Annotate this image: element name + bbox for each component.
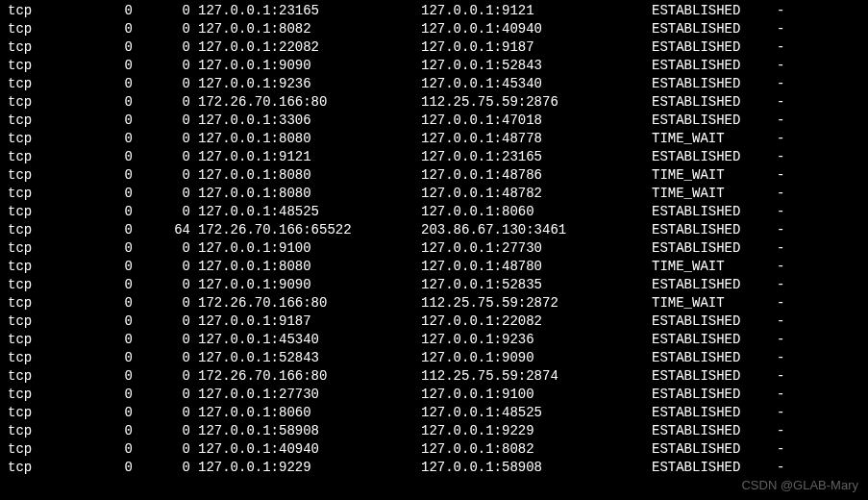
recvq-cell: 0 [94, 404, 133, 422]
extra-cell: - [777, 2, 796, 20]
extra-cell: - [777, 367, 796, 386]
connection-row: tcp00127.0.0.1:9187127.0.0.1:22082ESTABL… [8, 312, 860, 331]
recvq-cell: 0 [94, 331, 133, 349]
sendq-cell: 64 [133, 221, 190, 239]
foreign-address-cell: 127.0.0.1:48782 [421, 185, 652, 203]
foreign-address-cell: 127.0.0.1:9090 [421, 349, 652, 367]
sendq-cell: 0 [133, 57, 190, 75]
recvq-cell: 0 [94, 258, 133, 276]
state-cell: ESTABLISHED [652, 38, 777, 57]
protocol-cell: tcp [8, 185, 94, 203]
extra-cell: - [777, 440, 796, 459]
local-address-cell: 172.26.70.166:80 [190, 367, 421, 386]
local-address-cell: 127.0.0.1:9121 [190, 148, 421, 166]
protocol-cell: tcp [8, 93, 94, 112]
extra-cell: - [777, 459, 796, 477]
extra-cell: - [777, 38, 796, 57]
state-cell: ESTABLISHED [652, 2, 777, 20]
state-cell: ESTABLISHED [652, 112, 777, 130]
recvq-cell: 0 [94, 349, 133, 367]
state-cell: ESTABLISHED [652, 57, 777, 75]
foreign-address-cell: 127.0.0.1:52843 [421, 57, 652, 75]
local-address-cell: 127.0.0.1:23165 [190, 2, 421, 20]
sendq-cell: 0 [133, 93, 190, 112]
protocol-cell: tcp [8, 422, 94, 440]
foreign-address-cell: 112.25.75.59:2874 [421, 367, 652, 386]
protocol-cell: tcp [8, 367, 94, 386]
foreign-address-cell: 127.0.0.1:9100 [421, 386, 652, 404]
extra-cell: - [777, 130, 796, 148]
protocol-cell: tcp [8, 239, 94, 258]
extra-cell: - [777, 239, 796, 258]
watermark-text: CSDN @GLAB-Mary [741, 476, 858, 494]
recvq-cell: 0 [94, 367, 133, 386]
extra-cell: - [777, 75, 796, 93]
protocol-cell: tcp [8, 166, 94, 185]
local-address-cell: 127.0.0.1:58908 [190, 422, 421, 440]
extra-cell: - [777, 312, 796, 331]
connection-row: tcp00127.0.0.1:9100127.0.0.1:27730ESTABL… [8, 239, 860, 258]
extra-cell: - [777, 258, 796, 276]
local-address-cell: 127.0.0.1:9090 [190, 57, 421, 75]
sendq-cell: 0 [133, 20, 190, 38]
foreign-address-cell: 127.0.0.1:22082 [421, 312, 652, 331]
extra-cell: - [777, 93, 796, 112]
state-cell: ESTABLISHED [652, 367, 777, 386]
recvq-cell: 0 [94, 112, 133, 130]
recvq-cell: 0 [94, 57, 133, 75]
recvq-cell: 0 [94, 20, 133, 38]
local-address-cell: 127.0.0.1:9100 [190, 239, 421, 258]
state-cell: ESTABLISHED [652, 312, 777, 331]
connection-row: tcp00127.0.0.1:9236127.0.0.1:45340ESTABL… [8, 75, 860, 93]
recvq-cell: 0 [94, 2, 133, 20]
foreign-address-cell: 127.0.0.1:48525 [421, 404, 652, 422]
extra-cell: - [777, 331, 796, 349]
foreign-address-cell: 127.0.0.1:48778 [421, 130, 652, 148]
state-cell: ESTABLISHED [652, 20, 777, 38]
local-address-cell: 127.0.0.1:3306 [190, 112, 421, 130]
local-address-cell: 127.0.0.1:9229 [190, 459, 421, 477]
extra-cell: - [777, 349, 796, 367]
foreign-address-cell: 112.25.75.59:2876 [421, 93, 652, 112]
protocol-cell: tcp [8, 112, 94, 130]
recvq-cell: 0 [94, 185, 133, 203]
recvq-cell: 0 [94, 440, 133, 459]
local-address-cell: 127.0.0.1:9236 [190, 75, 421, 93]
protocol-cell: tcp [8, 276, 94, 294]
connection-row: tcp064172.26.70.166:65522203.86.67.130:3… [8, 221, 860, 239]
state-cell: ESTABLISHED [652, 93, 777, 112]
connection-row: tcp00127.0.0.1:22082127.0.0.1:9187ESTABL… [8, 38, 860, 57]
protocol-cell: tcp [8, 2, 94, 20]
sendq-cell: 0 [133, 239, 190, 258]
extra-cell: - [777, 112, 796, 130]
connection-row: tcp00127.0.0.1:3306127.0.0.1:47018ESTABL… [8, 112, 860, 130]
sendq-cell: 0 [133, 203, 190, 221]
protocol-cell: tcp [8, 331, 94, 349]
state-cell: TIME_WAIT [652, 294, 777, 312]
recvq-cell: 0 [94, 130, 133, 148]
state-cell: ESTABLISHED [652, 349, 777, 367]
foreign-address-cell: 127.0.0.1:9187 [421, 38, 652, 57]
protocol-cell: tcp [8, 130, 94, 148]
local-address-cell: 127.0.0.1:9187 [190, 312, 421, 331]
recvq-cell: 0 [94, 459, 133, 477]
state-cell: ESTABLISHED [652, 459, 777, 477]
extra-cell: - [777, 422, 796, 440]
connection-row: tcp00127.0.0.1:9121127.0.0.1:23165ESTABL… [8, 148, 860, 166]
connection-row: tcp00127.0.0.1:9090127.0.0.1:52835ESTABL… [8, 276, 860, 294]
protocol-cell: tcp [8, 20, 94, 38]
extra-cell: - [777, 148, 796, 166]
recvq-cell: 0 [94, 148, 133, 166]
sendq-cell: 0 [133, 112, 190, 130]
foreign-address-cell: 127.0.0.1:9236 [421, 331, 652, 349]
state-cell: ESTABLISHED [652, 221, 777, 239]
extra-cell: - [777, 166, 796, 185]
sendq-cell: 0 [133, 276, 190, 294]
extra-cell: - [777, 20, 796, 38]
protocol-cell: tcp [8, 294, 94, 312]
extra-cell: - [777, 404, 796, 422]
sendq-cell: 0 [133, 440, 190, 459]
connection-row: tcp00127.0.0.1:8082127.0.0.1:40940ESTABL… [8, 20, 860, 38]
protocol-cell: tcp [8, 75, 94, 93]
extra-cell: - [777, 294, 796, 312]
